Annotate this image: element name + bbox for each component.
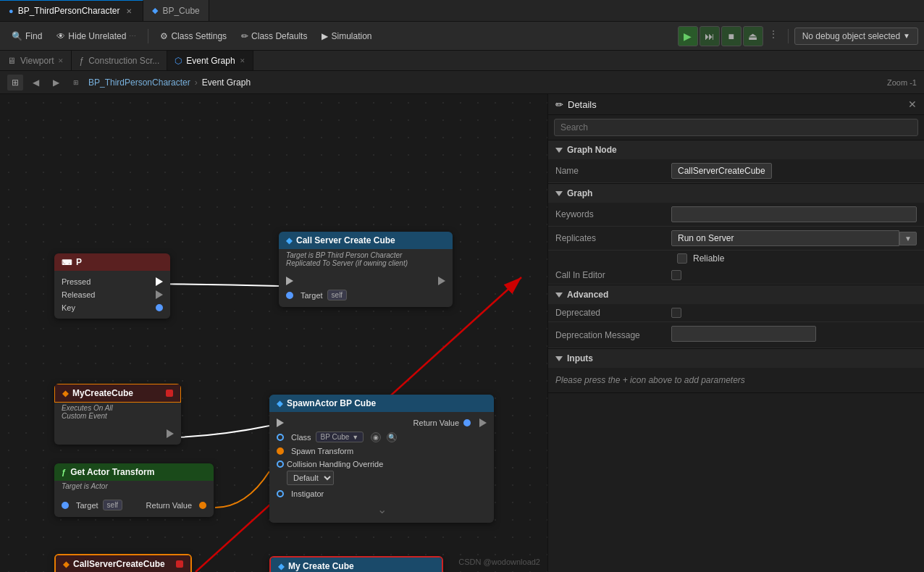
play-button[interactable]: ▶ [678, 26, 698, 46]
advanced-section-header[interactable]: Advanced [548, 285, 924, 304]
mycreate-subtitle: Executes On AllCustom Event [54, 403, 181, 423]
class-defaults-label: Class Defaults [251, 31, 307, 41]
class-settings-button[interactable]: ⚙ Class Settings [154, 28, 232, 44]
call-node-header: ◆ Call Server Create Cube [279, 232, 453, 249]
name-value: CallServerCreateCube [671, 163, 772, 179]
grid-icon[interactable]: ⊞ [7, 75, 23, 91]
inputs-section-header[interactable]: Inputs [548, 349, 924, 368]
spawn-transform-label: Spawn Transform [291, 447, 353, 455]
graph-node-label: Graph Node [567, 145, 617, 155]
tab-bp-third-close[interactable]: ✕ [124, 6, 134, 16]
call-in-editor-checkbox[interactable] [671, 270, 681, 280]
spawn-collision-pin [277, 460, 284, 468]
eject-button[interactable]: ⏏ [743, 26, 763, 46]
event-graph-tab[interactable]: ⬡ Event Graph ✕ [167, 51, 253, 70]
replicates-dropdown-arrow[interactable]: ▼ [899, 232, 917, 245]
mycreate-title: MyCreateCube [72, 388, 133, 398]
call-node-body: Target self [279, 270, 453, 307]
construction-icon: ƒ [79, 56, 84, 66]
spawn-more-icon[interactable]: ⌄ [377, 502, 387, 516]
inputs-empty-message: Please press the + icon above to add par… [548, 368, 924, 392]
call-icon: ◆ [286, 236, 292, 245]
viewport-close[interactable]: ✕ [58, 57, 64, 64]
gear-icon: ⚙ [160, 31, 168, 41]
event-graph-icon: ⬡ [175, 56, 182, 66]
spawn-class-search[interactable]: 🔍 [387, 432, 397, 442]
keywords-label: Keywords [555, 209, 671, 219]
stop-button[interactable]: ■ [721, 26, 742, 46]
nav-back-button[interactable]: ◀ [28, 75, 43, 91]
my-create-cube-node[interactable]: ◆ MyCreateCube Executes On AllCustom Eve… [54, 384, 181, 445]
transform-body: Target self Return Value [54, 493, 214, 517]
event-graph-label: Event Graph [186, 56, 235, 66]
defaults-icon: ✏ [241, 31, 248, 41]
callserver-icon: ◆ [63, 560, 69, 569]
details-close-button[interactable]: ✕ [908, 98, 917, 110]
keywords-input[interactable] [671, 206, 917, 222]
p-released-pin [156, 290, 163, 299]
call-server-create-cube-node[interactable]: ◆ Call Server Create Cube Target is BP T… [279, 232, 453, 307]
find-label: Find [25, 31, 42, 41]
p-node-body: Pressed Released Key [54, 271, 170, 319]
spawn-class-row: Class BP Cube ▼ ◉ 🔍 [269, 429, 494, 445]
spawn-instigator-row: Instigator [269, 487, 494, 500]
callserver-header: ◆ CallServerCreateCube [56, 555, 190, 572]
play-buttons: ▶ ⏭ ■ ⏏ ⋮ [678, 26, 782, 46]
find-button[interactable]: 🔍 Find [6, 28, 48, 44]
graph-collapse-icon [555, 191, 563, 196]
canvas[interactable]: ⌨ P Pressed Released Key [0, 94, 547, 572]
call-target-label: Target [301, 291, 323, 300]
graph-node-header[interactable]: Graph Node [548, 140, 924, 159]
replicates-dropdown-value[interactable]: Run on Server [671, 230, 899, 246]
call-target-self: self [327, 290, 348, 300]
hide-unrelated-button[interactable]: 👁 Hide Unrelated ⋯ [51, 28, 142, 44]
viewport-tab[interactable]: 🖥 Viewport ✕ [0, 51, 72, 70]
class-defaults-button[interactable]: ✏ Class Defaults [235, 28, 313, 44]
play-more-button[interactable]: ⋮ [765, 26, 782, 46]
class-settings-label: Class Settings [171, 31, 227, 41]
p-pressed-row: Pressed [54, 275, 170, 288]
graph-section-header[interactable]: Graph [548, 184, 924, 203]
simulation-button[interactable]: ▶ Simulation [316, 28, 377, 44]
spawn-collision-dropdown[interactable]: Default [287, 471, 334, 485]
get-actor-transform-node[interactable]: ƒ Get Actor Transform Target is Actor Ta… [54, 463, 214, 517]
my-create-cube2-node[interactable]: ◆ My Create Cube Target is BP Third Pers… [269, 556, 443, 572]
spawn-title: SpawnActor BP Cube [287, 398, 376, 408]
tab-bp-third[interactable]: ● BP_ThirdPersonCharacter ✕ [0, 0, 143, 21]
construction-tab[interactable]: ƒ Construction Scr... [72, 51, 167, 70]
advanced-section: Advanced Deprecated Deprecation Message [548, 285, 924, 349]
step-button[interactable]: ⏭ [700, 26, 720, 46]
bp-cube-icon: ◆ [152, 6, 158, 15]
toolbar: 🔍 Find 👁 Hide Unrelated ⋯ ⚙ Class Settin… [0, 22, 924, 51]
details-panel: ✏ Details ✕ Graph Node Name CallServerCr… [547, 94, 924, 572]
spawn-class-badge[interactable]: BP Cube ▼ [316, 432, 364, 442]
spawn-class-label: Class [291, 433, 311, 442]
mycreate-indicator [166, 390, 173, 397]
inputs-section-label: Inputs [567, 353, 593, 363]
deprecated-value [671, 308, 917, 318]
event-graph-close[interactable]: ✕ [240, 57, 245, 64]
spawn-actor-node[interactable]: ◆ SpawnActor BP Cube Return Value Class … [269, 395, 494, 523]
nav-forward-button[interactable]: ▶ [48, 75, 64, 91]
call-exec-row [279, 274, 453, 287]
deprecated-checkbox[interactable] [671, 308, 681, 318]
transform-return-pin [199, 502, 206, 509]
transform-header: ƒ Get Actor Transform [54, 463, 214, 481]
keywords-row: Keywords [548, 203, 924, 227]
spawn-class-arrow: ▼ [352, 434, 358, 441]
spawn-class-collapse[interactable]: ◉ [371, 432, 381, 442]
call-in-editor-label: Call In Editor [555, 270, 671, 280]
spawn-class-value: BP Cube [321, 433, 350, 441]
p-released-label: Released [62, 290, 95, 299]
p-node[interactable]: ⌨ P Pressed Released Key [54, 253, 170, 319]
details-search-input[interactable] [554, 119, 918, 136]
deprecation-msg-input[interactable] [671, 326, 816, 342]
tab-bp-cube[interactable]: ◆ BP_Cube [143, 0, 209, 21]
mycreate-exec-pin [167, 429, 174, 438]
nav-home-button[interactable]: ⊞ [68, 75, 84, 91]
reliable-checkbox[interactable] [677, 253, 687, 264]
call-in-editor-row: Call In Editor [548, 266, 924, 285]
callserver-create-cube-node[interactable]: ◆ CallServerCreateCube Executes On Serve… [54, 554, 192, 572]
debug-selector[interactable]: No debug object selected ▼ [794, 28, 918, 45]
breadcrumb-root[interactable]: BP_ThirdPersonCharacter [88, 77, 190, 88]
